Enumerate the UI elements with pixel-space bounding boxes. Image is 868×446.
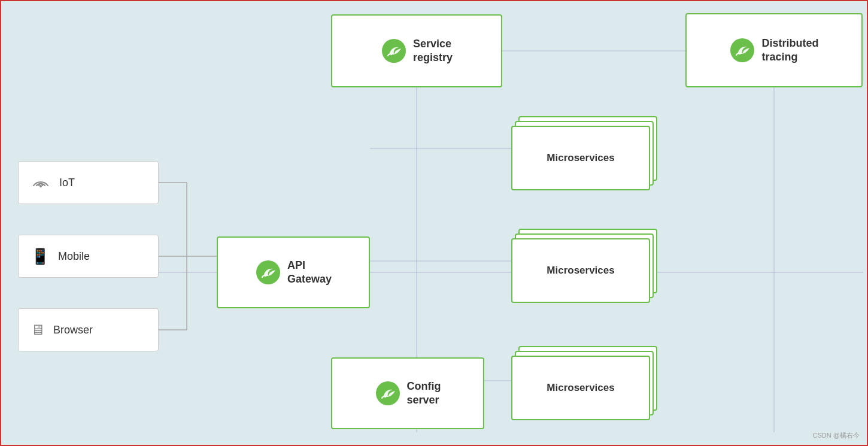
browser-label: Browser <box>53 324 93 336</box>
watermark: CSDN @橘右今 <box>813 431 860 440</box>
browser-client-box: 🖥 Browser <box>18 308 159 351</box>
svg-point-16 <box>40 185 42 187</box>
iot-label: IoT <box>59 177 75 189</box>
microservice-label-3: Microservices <box>512 382 649 394</box>
mobile-label: Mobile <box>58 250 90 263</box>
api-gateway-label: API Gateway <box>287 259 332 287</box>
microservice-label-2: Microservices <box>512 265 649 277</box>
service-registry-label: Service registry <box>413 37 453 65</box>
microservice-stack-2: Microservices <box>511 229 661 307</box>
distributed-tracing-label: Distributed tracing <box>761 37 818 65</box>
distributed-tracing-box: Distributed tracing <box>685 13 863 87</box>
iot-icon <box>31 171 51 195</box>
mobile-icon: 📱 <box>31 247 50 266</box>
microservice-stack-1: Microservices <box>511 116 661 194</box>
spring-icon-config <box>375 380 401 406</box>
microservice-stack-3: Microservices <box>511 346 661 424</box>
spring-icon-registry <box>381 38 407 64</box>
microservice-label-1: Microservices <box>512 152 649 164</box>
spring-icon-tracing <box>729 37 755 63</box>
browser-icon: 🖥 <box>31 321 45 338</box>
spring-icon-gateway <box>255 259 281 286</box>
config-server-box: Config server <box>331 357 484 429</box>
config-server-label: Config server <box>407 380 441 408</box>
iot-client-box: IoT <box>18 161 159 204</box>
service-registry-box: Service registry <box>331 14 502 87</box>
mobile-client-box: 📱 Mobile <box>18 235 159 278</box>
api-gateway-box: API Gateway <box>217 236 370 308</box>
